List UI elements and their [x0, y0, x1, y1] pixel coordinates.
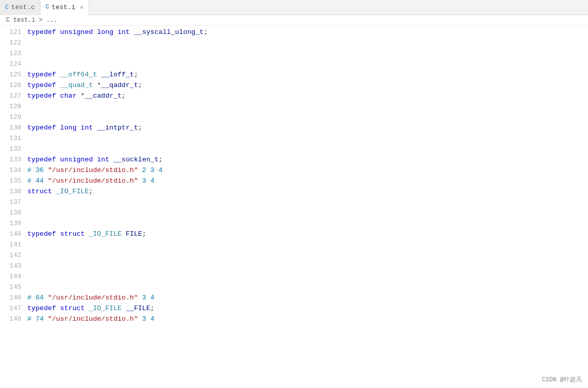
code-line: typedef long int __intptr_t;	[27, 122, 588, 133]
line-number: 133	[4, 154, 21, 165]
line-number: 129	[4, 112, 21, 122]
watermark: CSDN @叶超凡	[542, 375, 582, 384]
code-line: typedef struct _IO_FILE FILE;	[27, 229, 588, 239]
line-number: 130	[4, 122, 21, 133]
line-numbers: 1211221231241251261271281291301311321331…	[0, 26, 25, 385]
line-number: 125	[4, 69, 21, 80]
code-line: typedef struct _IO_FILE __FILE;	[27, 303, 588, 314]
code-line: typedef unsigned long int __syscall_ulon…	[27, 27, 588, 37]
line-number: 137	[4, 197, 21, 207]
code-line: # 74 "/usr/include/stdio.h" 3 4	[27, 314, 588, 324]
code-content[interactable]: typedef unsigned long int __syscall_ulon…	[25, 26, 588, 385]
line-number: 126	[4, 80, 21, 91]
tab-bar: C test.c C test.i ✕	[0, 0, 588, 15]
breadcrumb: C test.i > ...	[0, 15, 588, 26]
line-number: 141	[4, 239, 21, 250]
code-line: typedef __quad_t *__qaddr_t;	[27, 80, 588, 91]
tab-test-c-label: test.c	[11, 4, 35, 11]
line-number: 136	[4, 186, 21, 197]
tab-i-icon: C	[46, 4, 49, 11]
line-number: 144	[4, 271, 21, 282]
code-line: # 36 "/usr/include/stdio.h" 2 3 4	[27, 165, 588, 176]
line-number: 148	[4, 314, 21, 324]
line-number: 124	[4, 59, 21, 69]
code-line: typedef __off64_t __loff_t;	[27, 69, 588, 80]
line-number: 121	[4, 27, 21, 37]
code-line: typedef char *__caddr_t;	[27, 91, 588, 101]
line-number: 135	[4, 176, 21, 186]
editor-area: 1211221231241251261271281291301311321331…	[0, 26, 588, 385]
code-line: # 64 "/usr/include/stdio.h" 3 4	[27, 292, 588, 303]
tab-test-c[interactable]: C test.c	[0, 0, 40, 15]
code-line: struct _IO_FILE;	[27, 186, 588, 197]
tab-test-i[interactable]: C test.i ✕	[40, 0, 89, 15]
line-number: 140	[4, 229, 21, 239]
line-number: 134	[4, 165, 21, 176]
line-number: 142	[4, 250, 21, 261]
code-line: typedef unsigned int __socklen_t;	[27, 154, 588, 165]
tab-c-icon: C	[5, 4, 9, 11]
breadcrumb-text: C test.i > ...	[6, 17, 57, 24]
line-number: 146	[4, 292, 21, 303]
line-number: 128	[4, 101, 21, 112]
line-number: 138	[4, 207, 21, 218]
line-number: 127	[4, 91, 21, 101]
line-number: 139	[4, 218, 21, 229]
tab-test-i-label: test.i	[52, 4, 75, 11]
line-number: 122	[4, 37, 21, 48]
line-number: 147	[4, 303, 21, 314]
line-number: 145	[4, 282, 21, 292]
line-number: 131	[4, 133, 21, 144]
line-number: 143	[4, 261, 21, 271]
line-number: 132	[4, 144, 21, 154]
tab-close-button[interactable]: ✕	[80, 4, 83, 11]
code-line: # 44 "/usr/include/stdio.h" 3 4	[27, 176, 588, 186]
line-number: 123	[4, 48, 21, 59]
